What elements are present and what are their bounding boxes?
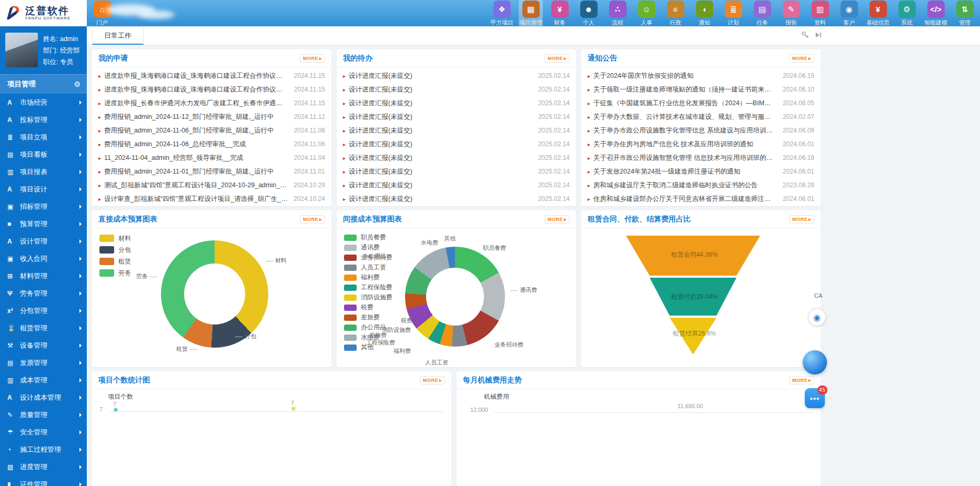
data-point[interactable] — [291, 407, 296, 411]
todo-list-item[interactable]: 设计进度汇报(未提交) 2025.02.14 — [343, 137, 570, 151]
topnav-item[interactable]: ✎ 报告 — [779, 0, 803, 28]
data-point[interactable] — [114, 408, 118, 412]
request-list-item[interactable]: 费用报销_admin_2024-11-01_部门经理审批_胡建,_运行中 202… — [98, 165, 325, 178]
legend-item[interactable]: 职员餐费 — [344, 232, 392, 242]
notice-list-item[interactable]: 关于举办住房与房地产信息化 技术及应用培训班的通知 2024.06.01 — [588, 137, 814, 151]
sidebar-item[interactable]: ◔ 施工过程管理 — [0, 441, 87, 458]
request-list-item[interactable]: 设计审查_彭祖新城“四馆”景观工程设计项目_请选择_胡广生_2024-10-2.… — [98, 192, 325, 206]
more-button[interactable]: MORE — [420, 376, 445, 384]
gear-icon[interactable]: ⚙ — [74, 80, 80, 88]
legend-item[interactable]: 消防设施费 — [344, 292, 392, 302]
notice-list-item[interactable]: 关于举办市政公用设施数字化管理信息 系统建设与应用培训班的通知 2024.06.… — [588, 124, 814, 137]
request-list-item[interactable]: 进度款申报_长春市伊通河水力发电厂改建工程_长春市伊通河水力发电... 2024… — [98, 96, 325, 110]
sidebar-item[interactable]: ⚒ 设备管理 — [0, 337, 87, 354]
todo-list-item[interactable]: 设计进度汇报(未提交) 2025.02.14 — [343, 69, 570, 83]
sidebar-item[interactable]: x² 分包管理 — [0, 302, 87, 319]
tab-daily-work[interactable]: 日常工作 — [92, 27, 144, 45]
ca-label[interactable]: CA — [814, 292, 822, 299]
topnav-item[interactable]: ¥ 财务 — [548, 0, 572, 28]
customer-service-icon[interactable]: ◉ — [808, 308, 826, 326]
expand-panel-icon[interactable] — [814, 31, 822, 39]
topnav-item[interactable]: ▥ 资料 — [808, 0, 832, 28]
sidebar-header-project-management[interactable]: 项目管理 ⚙ — [0, 75, 87, 94]
sidebar-item[interactable]: ⊞ 材料管理 — [0, 267, 87, 285]
todo-list-item[interactable]: 设计进度汇报(未提交) 2025.02.14 — [343, 192, 570, 206]
sidebar-item[interactable]: A 设计成本管理 — [0, 389, 87, 406]
sidebar-item[interactable]: ⌛ 租赁管理 — [0, 319, 87, 337]
topnav-item[interactable]: ▤ 任务 — [750, 0, 774, 28]
notice-list-item[interactable]: 关于领取一级注册建造师增项贴的通知（须持一建证书前来领取） 2024.06.10 — [588, 83, 814, 96]
sidebar-item[interactable]: ≣ 项目立项 — [0, 128, 87, 146]
topnav-item[interactable]: ∴ 流程 — [605, 0, 630, 28]
notice-list-item[interactable]: 房和城乡建设厅关于取消二级建造师临时执业证书的公告 2023.08.29 — [588, 178, 814, 192]
sidebar-item[interactable]: ▨ 进度管理 — [0, 458, 87, 475]
topnav-item[interactable]: ◖ 通知 — [692, 0, 716, 28]
request-list-item[interactable]: 费用报销_admin_2024-11-06_总经理审批__完成 2024.11.… — [98, 137, 325, 151]
key-icon[interactable] — [801, 31, 809, 39]
topnav-item[interactable]: ☺ 人事 — [634, 0, 659, 28]
more-button[interactable]: MORE — [300, 54, 325, 63]
todo-list-item[interactable]: 设计进度汇报(未提交) 2025.02.14 — [343, 124, 570, 137]
legend-item[interactable]: 人员工资 — [344, 262, 392, 272]
topnav-item[interactable]: ❖ 甲方项目 — [490, 0, 514, 28]
topnav-item[interactable]: ▦ 项目管理 — [519, 0, 543, 28]
legend-item[interactable]: 福利费 — [344, 272, 392, 282]
sidebar-item[interactable]: ▥ 成本管理 — [0, 371, 87, 389]
topnav-item[interactable]: ≡ 行政 — [663, 0, 688, 28]
nav-item-portal[interactable]: ⌂ 门户 — [90, 0, 114, 28]
more-button[interactable]: MORE — [789, 54, 814, 63]
sidebar-item[interactable]: A 项目设计 — [0, 180, 87, 198]
legend-item[interactable]: 工程保险费 — [344, 282, 392, 292]
sidebar-item[interactable]: Ψ 劳务管理 — [0, 285, 87, 302]
topnav-item[interactable]: ¥ 基础信息 — [866, 0, 890, 28]
sidebar-item[interactable]: A 投标管理 — [0, 111, 87, 128]
more-button[interactable]: MORE — [300, 215, 325, 224]
legend-item[interactable]: 税费 — [344, 302, 392, 312]
request-list-item[interactable]: 费用报销_admin_2024-11-12_部门经理审批_胡建,_运行中 202… — [98, 110, 325, 124]
legend-item[interactable]: 材料 — [99, 232, 131, 244]
request-list-item[interactable]: 测试_彭祖新城“四馆”景观工程设计项目_2024-10-29_admin_结束_… — [98, 178, 325, 192]
notice-list-item[interactable]: 于征集《中国建筑施工行业信息化发展报告（2024）—BIM应用与发展》材料...… — [588, 96, 814, 110]
notice-list-item[interactable]: 住房和城乡建设部办公厅关于同意吉林省开展二级建造师注册证书电子化试点... 20… — [588, 192, 814, 206]
todo-list-item[interactable]: 设计进度汇报(未提交) 2025.02.14 — [343, 165, 570, 178]
sidebar-item[interactable]: ▣ 收入合同 — [0, 250, 87, 267]
sidebar-item[interactable]: ▤ 发票管理 — [0, 354, 87, 371]
sidebar-item[interactable]: ▮ 证件管理 — [0, 475, 87, 486]
notice-list-item[interactable]: 关于举办大数据、云计算技术在城市建设、规划、管理与服务中的应用培训班... 20… — [588, 110, 814, 124]
legend-item[interactable]: 分包 — [99, 244, 131, 256]
topnav-item[interactable]: ☻ 个人 — [577, 0, 601, 28]
request-list-item[interactable]: 进度款申报_珠海鹤港口建设_珠海鹤港口建设工程合作协议书_admin_... 2… — [98, 69, 325, 83]
legend-item[interactable]: 租赁 — [99, 256, 131, 267]
legend-item[interactable]: 差旅费 — [344, 312, 392, 322]
floating-assistant-button[interactable] — [803, 350, 827, 374]
more-button[interactable]: MORE — [544, 215, 570, 224]
todo-list-item[interactable]: 设计进度汇报(未提交) 2025.02.14 — [343, 83, 570, 96]
todo-list-item[interactable]: 设计进度汇报(未提交) 2025.02.14 — [343, 110, 570, 124]
request-list-item[interactable]: 费用报销_admin_2024-11-06_部门经理审批_胡建,_运行中 202… — [98, 124, 325, 137]
more-button[interactable]: MORE — [544, 54, 570, 63]
sidebar-item[interactable]: ✎ 质量管理 — [0, 406, 87, 423]
request-list-item[interactable]: 11_2024-11-04_admin_经营部_领导审批__完成 2024.11… — [98, 151, 325, 165]
todo-list-item[interactable]: 设计进度汇报(未提交) 2025.02.14 — [343, 151, 570, 165]
more-button[interactable]: MORE — [789, 215, 814, 224]
notice-list-item[interactable]: 关于2024年国庆节放假安排的通知 2024.06.15 — [588, 69, 814, 83]
sidebar-item[interactable]: A 市场经营 — [0, 94, 87, 111]
todo-list-item[interactable]: 设计进度汇报(未提交) 2025.02.14 — [343, 178, 570, 192]
todo-list-item[interactable]: 设计进度汇报(未提交) 2025.02.14 — [343, 96, 570, 110]
sidebar-item[interactable]: ▣ 招标管理 — [0, 198, 87, 215]
topnav-item[interactable]: ⚙ 系统 — [895, 0, 919, 28]
sidebar-item[interactable]: ▥ 项目报表 — [0, 163, 87, 180]
chat-bubble-icon[interactable]: ••• 45 — [805, 388, 825, 408]
legend-item[interactable]: 劳务 — [99, 267, 131, 279]
notice-list-item[interactable]: 关于发放2024年第24批一级建造师注册证书的通知 2024.06.01 — [588, 165, 814, 178]
sidebar-item[interactable]: A 设计管理 — [0, 232, 87, 250]
notice-list-item[interactable]: 关于召开市政公用设施智慧化管理 信息技术与应用培训班的通知 2024.06.19 — [588, 151, 814, 165]
topnav-item[interactable]: ◉ 客户 — [837, 0, 861, 28]
topnav-item[interactable]: </> 智能建模 — [924, 0, 948, 28]
more-button[interactable]: MORE — [789, 376, 814, 384]
sidebar-item[interactable]: ■ 预算管理 — [0, 215, 87, 232]
topnav-item[interactable]: ⇅ 管理 — [953, 0, 977, 28]
sidebar-item[interactable]: ☂ 安全管理 — [0, 423, 87, 441]
legend-item[interactable]: 通讯费 — [344, 242, 392, 252]
topnav-item[interactable]: ≣ 计划 — [721, 0, 745, 28]
